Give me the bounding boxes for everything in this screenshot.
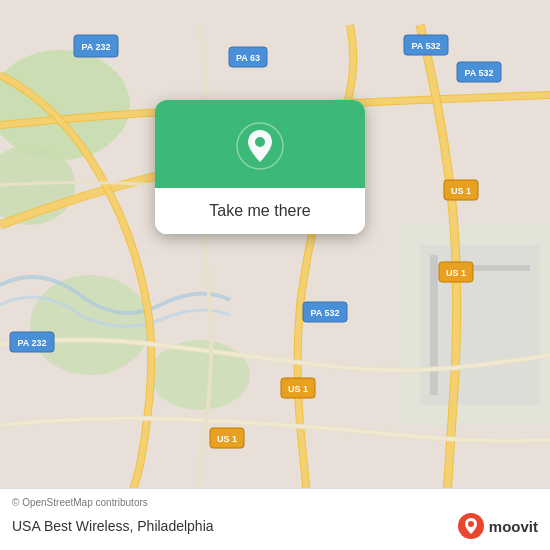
map-container: PA 232 PA 63 PA 532 PA 532 US 1 US 1 PA … (0, 0, 550, 550)
copyright-line: © OpenStreetMap contributors (12, 497, 538, 508)
svg-text:PA 532: PA 532 (411, 41, 440, 51)
popup-card: Take me there (155, 100, 365, 234)
svg-text:PA 532: PA 532 (310, 308, 339, 318)
take-me-there-button[interactable]: Take me there (155, 188, 365, 234)
svg-text:PA 532: PA 532 (464, 68, 493, 78)
svg-text:US 1: US 1 (288, 384, 308, 394)
svg-rect-6 (430, 255, 438, 395)
svg-point-29 (255, 137, 265, 147)
map-svg: PA 232 PA 63 PA 532 PA 532 US 1 US 1 PA … (0, 0, 550, 550)
moovit-logo: moovit (457, 512, 538, 540)
svg-text:PA 232: PA 232 (17, 338, 46, 348)
svg-text:US 1: US 1 (451, 186, 471, 196)
svg-text:PA 232: PA 232 (81, 42, 110, 52)
moovit-brand-icon (457, 512, 485, 540)
bottom-bar: © OpenStreetMap contributors USA Best Wi… (0, 488, 550, 550)
location-pin-icon (236, 122, 284, 170)
location-line: USA Best Wireless, Philadelphia moovit (12, 512, 538, 540)
copyright-text: © OpenStreetMap contributors (12, 497, 148, 508)
svg-text:US 1: US 1 (217, 434, 237, 444)
location-name: USA Best Wireless, Philadelphia (12, 518, 214, 534)
svg-text:US 1: US 1 (446, 268, 466, 278)
svg-point-0 (0, 50, 130, 160)
moovit-text: moovit (489, 518, 538, 535)
popup-green-area (155, 100, 365, 188)
svg-point-31 (468, 521, 474, 527)
svg-text:PA 63: PA 63 (236, 53, 260, 63)
